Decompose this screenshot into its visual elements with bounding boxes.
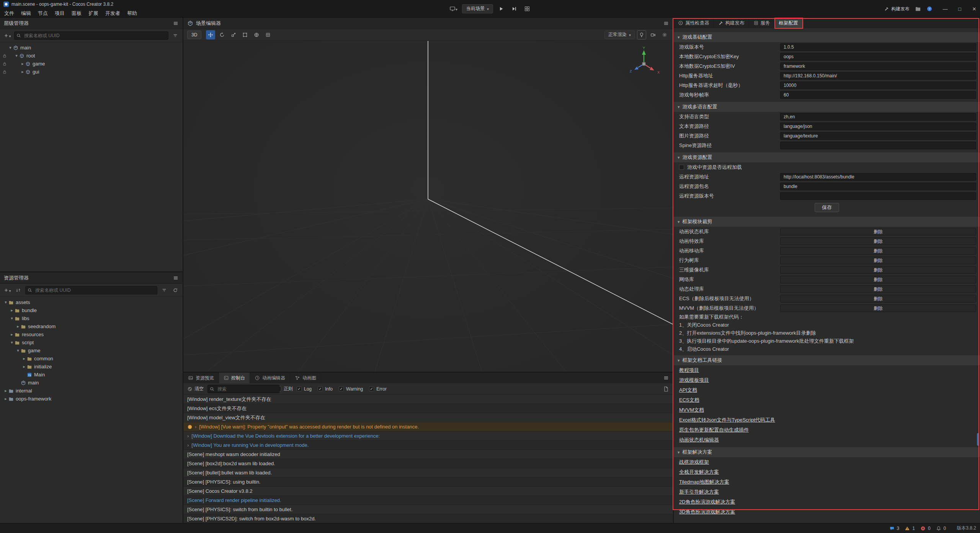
field-input[interactable]: http://192.168.0.150/main/ — [780, 72, 976, 80]
dimension-toggle-button[interactable]: 3D — [187, 31, 201, 39]
menu-item-2[interactable]: 节点 — [34, 9, 51, 17]
asset-item[interactable]: ▸bundle — [0, 306, 183, 314]
close-button[interactable]: ✕ — [971, 6, 978, 12]
section-header-5[interactable]: ▾框架解决方案 — [674, 447, 980, 457]
menu-item-4[interactable]: 面板 — [68, 9, 85, 17]
doc-link[interactable]: ECS文档 — [679, 395, 699, 405]
section-header-0[interactable]: ▾游戏基础配置 — [674, 32, 980, 42]
inspector-tab-1[interactable]: 构建发布 — [714, 18, 749, 28]
render-mode-dropdown[interactable]: 正常渲染 — [604, 31, 635, 39]
field-input[interactable]: oops — [780, 53, 976, 60]
hierarchy-search-input[interactable] — [14, 31, 168, 40]
maximize-button[interactable]: □ — [956, 6, 963, 12]
asset-item[interactable]: main — [0, 379, 183, 387]
scene-settings-button[interactable] — [660, 30, 669, 39]
menu-item-6[interactable]: 开发者 — [102, 9, 124, 17]
translate-tool-button[interactable] — [206, 30, 215, 39]
scene-camera-button[interactable] — [648, 30, 658, 39]
log-row[interactable]: [Scene] meshopt wasm decoder initialized — [183, 450, 673, 459]
field-input[interactable]: 60 — [780, 91, 976, 99]
doc-link[interactable]: 动画状态机编辑器 — [679, 435, 719, 445]
project-folder-icon[interactable] — [915, 6, 921, 12]
expand-arrow-icon[interactable]: › — [187, 433, 189, 439]
asset-item[interactable]: ▸resources — [0, 330, 183, 338]
log-row[interactable]: [Window] ecs文件夹不存在 — [183, 404, 673, 413]
expand-arrow-icon[interactable]: ▸ — [15, 324, 21, 329]
step-button[interactable] — [509, 4, 519, 13]
console-tab-0[interactable]: 资源预览 — [183, 373, 219, 383]
console-tab-1[interactable]: 控制台 — [219, 373, 250, 383]
axis-gizmo[interactable]: Y X Z — [627, 46, 661, 80]
lock-icon[interactable] — [2, 54, 7, 58]
assets-filter-button[interactable] — [160, 286, 168, 294]
assets-search-input[interactable] — [25, 286, 157, 294]
expand-arrow-icon[interactable]: ▾ — [3, 300, 8, 305]
asset-item[interactable]: ▸common — [0, 355, 183, 363]
create-asset-button[interactable] — [3, 286, 11, 294]
doc-link[interactable]: 战棋游戏框架 — [679, 457, 709, 467]
expand-arrow-icon[interactable]: ▸ — [20, 61, 25, 66]
field-input[interactable]: language/json — [780, 123, 976, 130]
expand-arrow-icon[interactable]: ▸ — [3, 396, 8, 401]
expand-arrow-icon[interactable]: ▾ — [9, 340, 15, 345]
log-row[interactable]: [Scene] [bullet]:bullet wasm lib loaded. — [183, 468, 673, 477]
menu-item-3[interactable]: 项目 — [51, 9, 68, 17]
log-row[interactable]: ›[Window] You are running Vue in develop… — [183, 441, 673, 450]
minimize-button[interactable]: — — [942, 6, 949, 12]
doc-link[interactable]: Tiledmap地图解决方案 — [679, 477, 729, 487]
expand-arrow-icon[interactable]: ▸ — [3, 388, 8, 393]
inspector-tab-3[interactable]: 框架配置 — [775, 18, 803, 28]
pivot-toggle-button[interactable] — [252, 30, 261, 39]
delete-button[interactable]: 删除 — [780, 304, 976, 312]
panel-menu-icon[interactable] — [173, 275, 179, 281]
error-count-icon[interactable] — [920, 526, 926, 531]
warning-count-icon[interactable] — [905, 526, 910, 531]
rotate-tool-button[interactable] — [217, 30, 227, 39]
console-tab-3[interactable]: 动画图 — [290, 373, 321, 383]
export-log-icon[interactable] — [663, 386, 669, 392]
log-row[interactable]: ›[Window] Download the Vue Devtools exte… — [183, 432, 673, 441]
assets-refresh-button[interactable] — [171, 286, 180, 294]
play-button[interactable] — [496, 4, 506, 13]
delete-button[interactable]: 删除 — [780, 285, 976, 293]
scene-viewport[interactable]: Y X Z — [183, 41, 673, 372]
checkbox-icon[interactable] — [318, 386, 323, 391]
expand-arrow-icon[interactable]: ▾ — [14, 53, 19, 58]
console-filter-error[interactable]: Error — [369, 386, 387, 392]
current-scene-dropdown[interactable]: 当前场景 — [462, 4, 493, 13]
doc-link[interactable]: 新手引导解决方案 — [679, 487, 719, 497]
doc-link[interactable]: API文档 — [679, 385, 697, 395]
hierarchy-node[interactable]: ▾root — [0, 52, 183, 60]
delete-button[interactable]: 删除 — [780, 237, 976, 245]
asset-item[interactable]: ▾script — [0, 338, 183, 347]
doc-link[interactable]: MVVM文档 — [679, 405, 704, 415]
asset-item[interactable]: ▾assets — [0, 298, 183, 306]
console-search-input[interactable] — [207, 385, 279, 393]
field-input[interactable]: http://localhost:8083/assets/bundle — [780, 173, 976, 181]
lock-icon[interactable] — [2, 70, 7, 74]
help-icon[interactable]: ? — [926, 6, 933, 12]
log-row[interactable]: [Window] render_texture文件夹不存在 — [183, 395, 673, 404]
hierarchy-node[interactable]: ▾main — [0, 44, 183, 52]
delete-button[interactable]: 删除 — [780, 276, 976, 283]
build-publish-button[interactable]: 构建发布 — [884, 6, 910, 12]
checkbox-icon[interactable] — [297, 386, 302, 391]
field-input[interactable] — [780, 142, 976, 149]
asset-item[interactable]: ▸oops-framework — [0, 395, 183, 403]
log-row[interactable]: [Scene] [PHYSICS2D]: switch from box2d-w… — [183, 514, 673, 523]
doc-link[interactable]: 教程项目 — [679, 365, 699, 375]
checkbox-icon[interactable] — [339, 386, 344, 391]
asset-item[interactable]: TSMain — [0, 371, 183, 379]
field-input[interactable]: 1.0.5 — [780, 43, 976, 51]
message-count-icon[interactable] — [889, 526, 895, 531]
console-tab-2[interactable]: 动画编辑器 — [250, 373, 290, 383]
asset-item[interactable]: ▾libs — [0, 314, 183, 322]
log-row[interactable]: !›[Window] [Vue warn]: Property "onInput… — [183, 422, 673, 432]
field-input[interactable]: bundle — [780, 183, 976, 190]
doc-link[interactable]: 2D角色扮演游戏解决方案 — [679, 497, 735, 507]
preview-platform-button[interactable] — [448, 4, 459, 13]
checkbox-icon[interactable] — [369, 386, 374, 391]
delete-button[interactable]: 删除 — [780, 257, 976, 264]
log-row[interactable]: [Scene] [box2d]:box2d wasm lib loaded. — [183, 459, 673, 468]
light-toggle-button[interactable] — [637, 30, 646, 39]
